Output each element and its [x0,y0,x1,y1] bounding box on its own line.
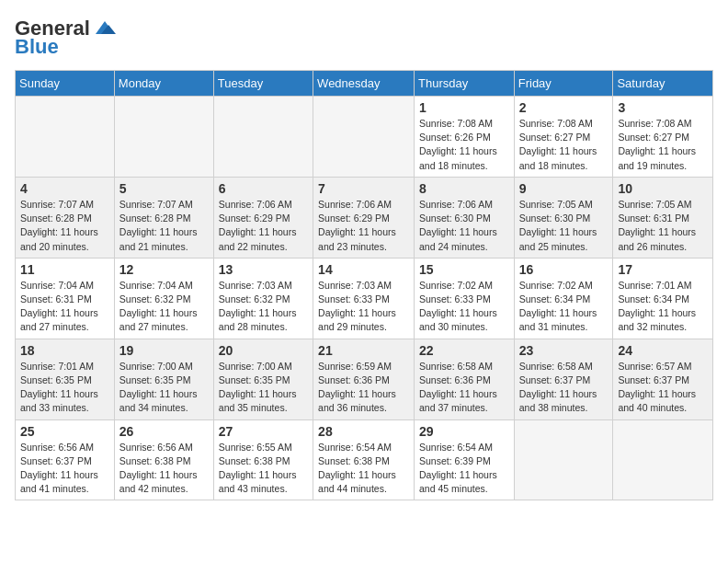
day-number: 15 [419,262,509,277]
day-info: Sunrise: 7:08 AMSunset: 6:27 PMDaylight:… [618,117,708,173]
calendar-cell [514,419,613,500]
day-info: Sunrise: 6:56 AMSunset: 6:37 PMDaylight:… [20,441,109,497]
calendar-week-2: 4Sunrise: 7:07 AMSunset: 6:28 PMDaylight… [16,177,713,258]
day-info: Sunrise: 7:04 AMSunset: 6:31 PMDaylight:… [20,279,109,335]
day-info: Sunrise: 7:05 AMSunset: 6:31 PMDaylight:… [618,198,708,254]
calendar-cell: 21Sunrise: 6:59 AMSunset: 6:36 PMDayligh… [313,339,415,419]
header-friday: Friday [514,71,613,97]
day-info: Sunrise: 6:56 AMSunset: 6:38 PMDaylight:… [119,441,209,497]
header-wednesday: Wednesday [313,71,415,97]
calendar-cell: 14Sunrise: 7:03 AMSunset: 6:33 PMDayligh… [313,258,415,339]
calendar-cell: 5Sunrise: 7:07 AMSunset: 6:28 PMDaylight… [114,177,213,258]
day-info: Sunrise: 7:08 AMSunset: 6:26 PMDaylight:… [419,117,509,173]
calendar-cell [213,97,313,178]
day-number: 13 [219,262,308,277]
calendar-cell: 15Sunrise: 7:02 AMSunset: 6:33 PMDayligh… [415,258,515,339]
day-number: 20 [219,343,308,358]
calendar-week-4: 18Sunrise: 7:01 AMSunset: 6:35 PMDayligh… [16,339,713,419]
day-number: 21 [318,343,409,358]
header-tuesday: Tuesday [213,71,313,97]
day-number: 7 [318,181,409,196]
day-info: Sunrise: 7:06 AMSunset: 6:29 PMDaylight:… [318,198,409,254]
calendar-cell: 6Sunrise: 7:06 AMSunset: 6:29 PMDaylight… [213,177,313,258]
day-info: Sunrise: 7:07 AMSunset: 6:28 PMDaylight:… [20,198,109,254]
calendar-cell [313,97,415,178]
day-number: 8 [419,181,509,196]
logo: General Blue [15,18,118,59]
calendar-cell: 17Sunrise: 7:01 AMSunset: 6:34 PMDayligh… [613,258,713,339]
day-info: Sunrise: 7:00 AMSunset: 6:35 PMDaylight:… [219,360,308,416]
day-number: 28 [318,424,409,439]
day-number: 26 [119,424,209,439]
day-number: 10 [618,181,708,196]
calendar-cell: 8Sunrise: 7:06 AMSunset: 6:30 PMDaylight… [415,177,515,258]
header-saturday: Saturday [613,71,713,97]
calendar-cell: 3Sunrise: 7:08 AMSunset: 6:27 PMDaylight… [613,97,713,178]
day-info: Sunrise: 6:54 AMSunset: 6:39 PMDaylight:… [419,441,509,497]
calendar-cell: 27Sunrise: 6:55 AMSunset: 6:38 PMDayligh… [213,419,313,500]
day-number: 5 [119,181,209,196]
header-monday: Monday [114,71,213,97]
day-number: 25 [20,424,109,439]
day-info: Sunrise: 6:58 AMSunset: 6:36 PMDaylight:… [419,360,509,416]
day-number: 9 [519,181,609,196]
day-info: Sunrise: 7:02 AMSunset: 6:34 PMDaylight:… [519,279,609,335]
calendar-cell [613,419,713,500]
day-info: Sunrise: 7:05 AMSunset: 6:30 PMDaylight:… [519,198,609,254]
day-info: Sunrise: 6:54 AMSunset: 6:38 PMDaylight:… [318,441,409,497]
calendar-cell [114,97,213,178]
day-info: Sunrise: 6:59 AMSunset: 6:36 PMDaylight:… [318,360,409,416]
calendar-cell: 11Sunrise: 7:04 AMSunset: 6:31 PMDayligh… [16,258,115,339]
calendar-week-5: 25Sunrise: 6:56 AMSunset: 6:37 PMDayligh… [16,419,713,500]
calendar-cell: 4Sunrise: 7:07 AMSunset: 6:28 PMDaylight… [16,177,115,258]
calendar-week-3: 11Sunrise: 7:04 AMSunset: 6:31 PMDayligh… [16,258,713,339]
day-number: 24 [618,343,708,358]
day-number: 29 [419,424,509,439]
calendar-cell: 18Sunrise: 7:01 AMSunset: 6:35 PMDayligh… [16,339,115,419]
calendar-cell: 25Sunrise: 6:56 AMSunset: 6:37 PMDayligh… [16,419,115,500]
day-info: Sunrise: 7:07 AMSunset: 6:28 PMDaylight:… [119,198,209,254]
calendar-cell: 29Sunrise: 6:54 AMSunset: 6:39 PMDayligh… [415,419,515,500]
day-number: 11 [20,262,109,277]
calendar-cell: 7Sunrise: 7:06 AMSunset: 6:29 PMDaylight… [313,177,415,258]
day-info: Sunrise: 7:03 AMSunset: 6:32 PMDaylight:… [219,279,308,335]
day-number: 3 [618,100,708,115]
day-info: Sunrise: 7:00 AMSunset: 6:35 PMDaylight:… [119,360,209,416]
calendar-cell: 22Sunrise: 6:58 AMSunset: 6:36 PMDayligh… [415,339,515,419]
calendar-cell: 2Sunrise: 7:08 AMSunset: 6:27 PMDaylight… [514,97,613,178]
calendar-cell: 20Sunrise: 7:00 AMSunset: 6:35 PMDayligh… [213,339,313,419]
day-number: 2 [519,100,609,115]
calendar-cell: 13Sunrise: 7:03 AMSunset: 6:32 PMDayligh… [213,258,313,339]
header-thursday: Thursday [415,71,515,97]
day-info: Sunrise: 7:01 AMSunset: 6:34 PMDaylight:… [618,279,708,335]
calendar-cell: 9Sunrise: 7:05 AMSunset: 6:30 PMDaylight… [514,177,613,258]
calendar-cell: 12Sunrise: 7:04 AMSunset: 6:32 PMDayligh… [114,258,213,339]
day-info: Sunrise: 6:55 AMSunset: 6:38 PMDaylight:… [219,441,308,497]
day-number: 17 [618,262,708,277]
day-number: 16 [519,262,609,277]
calendar-cell: 10Sunrise: 7:05 AMSunset: 6:31 PMDayligh… [613,177,713,258]
day-info: Sunrise: 7:06 AMSunset: 6:29 PMDaylight:… [219,198,308,254]
calendar-week-1: 1Sunrise: 7:08 AMSunset: 6:26 PMDaylight… [16,97,713,178]
day-info: Sunrise: 7:01 AMSunset: 6:35 PMDaylight:… [20,360,109,416]
day-number: 22 [419,343,509,358]
day-info: Sunrise: 6:57 AMSunset: 6:37 PMDaylight:… [618,360,708,416]
day-number: 12 [119,262,209,277]
calendar-cell: 19Sunrise: 7:00 AMSunset: 6:35 PMDayligh… [114,339,213,419]
day-number: 1 [419,100,509,115]
day-number: 19 [119,343,209,358]
calendar-header-row: SundayMondayTuesdayWednesdayThursdayFrid… [16,71,713,97]
day-number: 6 [219,181,308,196]
calendar-cell: 24Sunrise: 6:57 AMSunset: 6:37 PMDayligh… [613,339,713,419]
day-info: Sunrise: 7:02 AMSunset: 6:33 PMDaylight:… [419,279,509,335]
day-number: 14 [318,262,409,277]
day-number: 23 [519,343,609,358]
day-number: 27 [219,424,308,439]
calendar-cell: 26Sunrise: 6:56 AMSunset: 6:38 PMDayligh… [114,419,213,500]
calendar-cell [16,97,115,178]
calendar-cell: 23Sunrise: 6:58 AMSunset: 6:37 PMDayligh… [514,339,613,419]
day-info: Sunrise: 7:04 AMSunset: 6:32 PMDaylight:… [119,279,209,335]
day-number: 18 [20,343,109,358]
day-info: Sunrise: 7:08 AMSunset: 6:27 PMDaylight:… [519,117,609,173]
header-sunday: Sunday [16,71,115,97]
